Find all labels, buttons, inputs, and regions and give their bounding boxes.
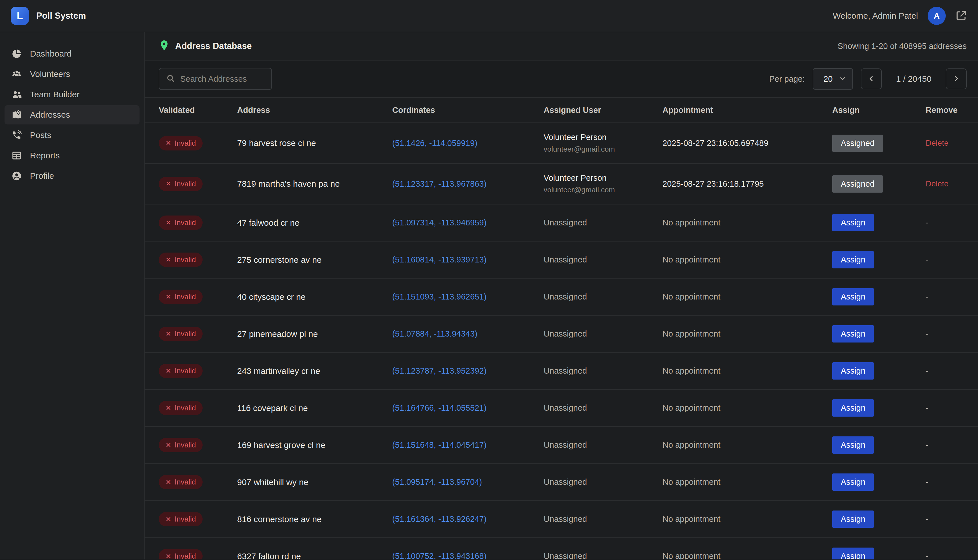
address-text: 40 cityscape cr ne [237, 292, 305, 302]
assign-button[interactable]: Assign [832, 325, 874, 343]
coordinates-link[interactable]: (51.123317, -113.967863) [392, 179, 486, 188]
address-text: 116 covepark cl ne [237, 403, 308, 413]
assign-button[interactable]: Assign [832, 288, 874, 305]
column-header-assigned-user: Assigned User [544, 98, 663, 123]
per-page-select[interactable]: 20 [813, 68, 853, 90]
invalid-label: Invalid [175, 330, 196, 338]
address-text: 169 harvest grove cl ne [237, 440, 325, 450]
assign-button[interactable]: Assign [832, 437, 874, 454]
address-text: 27 pinemeadow pl ne [237, 329, 318, 338]
coordinates-link[interactable]: (51.123787, -113.952392) [392, 366, 486, 375]
assign-button[interactable]: Assigned [832, 135, 883, 152]
appointment-text: No appointment [663, 255, 721, 264]
assign-button[interactable]: Assigned [832, 175, 883, 193]
coordinates-link[interactable]: (51.164766, -114.055521) [392, 403, 486, 412]
table-row: ✕ Invalid 7819 martha's haven pa ne (51.… [145, 163, 978, 204]
avatar[interactable]: A [928, 7, 946, 25]
appointment-text: 2025-08-27 23:16:18.17795 [663, 179, 764, 188]
coordinates-link[interactable]: (51.095174, -113.96704) [392, 477, 482, 487]
invalid-badge: ✕ Invalid [159, 177, 203, 191]
sidebar-item-posts[interactable]: Posts [5, 125, 140, 145]
x-icon: ✕ [165, 257, 171, 263]
assign-button[interactable]: Assign [832, 214, 874, 232]
prev-page-button[interactable] [861, 68, 882, 89]
coordinates-link[interactable]: (51.1426, -114.059919) [392, 138, 477, 148]
x-icon: ✕ [165, 442, 171, 448]
unassigned-text: Unassigned [544, 366, 657, 376]
column-header-validated: Validated [145, 98, 237, 123]
assign-button[interactable]: Assign [832, 473, 874, 491]
assign-button[interactable]: Assign [832, 362, 874, 380]
x-icon: ✕ [165, 331, 171, 337]
column-header-address: Address [237, 98, 392, 123]
assign-button[interactable]: Assign [832, 399, 874, 417]
next-page-button[interactable] [946, 68, 967, 89]
user-name: Volunteer Person [544, 133, 657, 142]
external-link-icon [955, 10, 967, 22]
app-title: Poll System [36, 11, 86, 21]
assign-button[interactable]: Assign [832, 510, 874, 528]
delete-link[interactable]: Delete [926, 179, 949, 188]
no-remove-dash: - [926, 552, 928, 560]
sidebar-item-team-builder[interactable]: Team Builder [5, 85, 140, 104]
table-row: ✕ Invalid 907 whitehill wy ne (51.095174… [145, 463, 978, 501]
coordinates-link[interactable]: (51.161364, -113.926247) [392, 515, 486, 523]
toolbar: Per page: 20 1 / 204 [145, 60, 978, 97]
invalid-label: Invalid [175, 367, 196, 375]
sidebar-item-label: Team Builder [30, 90, 80, 99]
assign-button[interactable]: Assign [832, 548, 874, 560]
sidebar-item-label: Dashboard [30, 49, 72, 58]
assigned-user-cell: Unassigned [544, 390, 663, 427]
sidebar-item-addresses[interactable]: Addresses [5, 105, 140, 125]
table-row: ✕ Invalid 275 cornerstone av ne (51.1608… [145, 241, 978, 278]
assign-button[interactable]: Assign [832, 251, 874, 268]
coordinates-link[interactable]: (51.097314, -113.946959) [392, 218, 486, 227]
coordinates-link[interactable]: (51.07884, -113.94343) [392, 329, 477, 338]
no-remove-dash: - [926, 515, 928, 523]
assigned-user-cell: Unassigned [544, 352, 663, 390]
x-icon: ✕ [165, 140, 171, 147]
chevron-down-icon [839, 74, 847, 83]
unassigned-text: Unassigned [544, 218, 657, 227]
table-row: ✕ Invalid 169 harvest grove cl ne (51.15… [145, 427, 978, 463]
table-row: ✕ Invalid 816 cornerstone av ne (51.1613… [145, 501, 978, 538]
invalid-label: Invalid [175, 515, 196, 523]
sidebar-item-volunteers[interactable]: Volunteers [5, 65, 140, 84]
appointment-text: No appointment [663, 552, 721, 560]
sidebar-item-dashboard[interactable]: Dashboard [5, 44, 140, 63]
welcome-text: Welcome, Admin Patel [833, 11, 918, 21]
no-remove-dash: - [926, 440, 928, 449]
address-text: 47 falwood cr ne [237, 218, 299, 227]
appointment-text: No appointment [663, 366, 721, 375]
invalid-badge: ✕ Invalid [159, 549, 203, 560]
sidebar-item-label: Volunteers [30, 69, 70, 79]
sidebar-item-reports[interactable]: Reports [5, 146, 140, 165]
assigned-user-cell: Volunteer Person volunteer@gmail.com [544, 123, 663, 163]
unassigned-text: Unassigned [544, 329, 657, 338]
coordinates-link[interactable]: (51.160814, -113.939713) [392, 255, 486, 264]
assigned-user-cell: Unassigned [544, 241, 663, 278]
per-page-label: Per page: [769, 74, 805, 84]
address-table: Validated Address Cordinates Assigned Us… [145, 97, 978, 560]
unassigned-text: Unassigned [544, 255, 657, 265]
search-input[interactable] [180, 74, 265, 84]
main-content: Address Database Showing 1-20 of 408995 … [145, 32, 978, 560]
coordinates-link[interactable]: (51.100752, -113.943168) [392, 552, 486, 560]
invalid-label: Invalid [175, 255, 196, 264]
delete-link[interactable]: Delete [926, 138, 949, 147]
appointment-text: No appointment [663, 218, 721, 227]
page-title: Address Database [175, 41, 252, 51]
coordinates-link[interactable]: (51.151648, -114.045417) [392, 440, 486, 449]
unassigned-text: Unassigned [544, 440, 657, 450]
sidebar-item-profile[interactable]: Profile [5, 166, 140, 185]
user-email: volunteer@gmail.com [544, 185, 657, 194]
external-link-button[interactable] [955, 10, 967, 22]
appointment-text: No appointment [663, 515, 721, 523]
appointment-text: No appointment [663, 403, 721, 412]
coordinates-link[interactable]: (51.151093, -113.962651) [392, 292, 486, 301]
showing-count: Showing 1-20 of 408995 addresses [838, 42, 967, 51]
invalid-badge: ✕ Invalid [159, 327, 203, 341]
logo-letter: L [17, 10, 23, 22]
column-header-appointment: Appointment [663, 98, 832, 123]
invalid-badge: ✕ Invalid [159, 253, 203, 267]
